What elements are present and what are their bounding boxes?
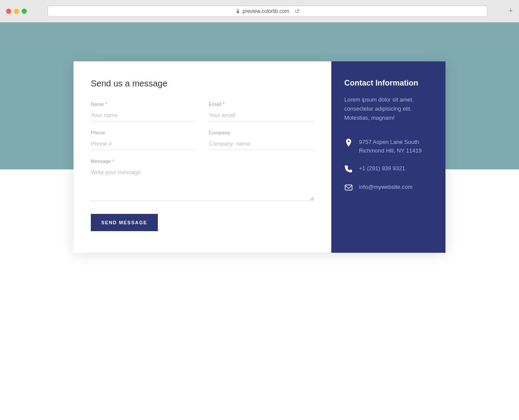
phone-input[interactable] — [91, 138, 196, 150]
info-side: Contact Information Lorem ipsum dolor si… — [331, 61, 445, 253]
email-item: info@mywebsite.com — [344, 183, 432, 192]
address-bar[interactable]: preview.colorlib.com ↺ — [48, 6, 487, 17]
browser-chrome: preview.colorlib.com ↺ + — [0, 0, 519, 22]
email-input[interactable] — [209, 109, 314, 121]
phone-text: +1 (291) 939 9321 — [359, 164, 405, 173]
info-title: Contact Information — [344, 79, 432, 88]
card-wrapper: Send us a message Name * Email * Phone C… — [0, 22, 519, 420]
message-group: Message * — [91, 159, 314, 201]
phone-item: +1 (291) 939 9321 — [344, 164, 432, 173]
new-tab-button[interactable]: + — [508, 6, 513, 16]
address-item: 9757 Aspen Lane South Richmond Hill, NY … — [344, 138, 432, 155]
send-message-button[interactable]: SEND MESSAGE — [91, 214, 158, 231]
form-title: Send us a message — [91, 79, 314, 89]
message-label: Message * — [91, 159, 314, 164]
contact-card: Send us a message Name * Email * Phone C… — [74, 61, 445, 253]
phone-group: Phone — [91, 130, 196, 150]
email-icon — [344, 183, 353, 192]
close-button[interactable] — [6, 9, 11, 14]
phone-label: Phone — [91, 130, 196, 135]
minimize-button[interactable] — [14, 9, 19, 14]
form-row-name-email: Name * Email * — [91, 102, 314, 121]
email-group: Email * — [209, 102, 314, 121]
company-label: Company — [209, 130, 314, 135]
email-label: Email * — [209, 102, 314, 107]
name-input[interactable] — [91, 109, 196, 121]
form-side: Send us a message Name * Email * Phone C… — [74, 61, 331, 253]
name-group: Name * — [91, 102, 196, 121]
info-description: Lorem ipsum dolor sit amet, consectetur … — [344, 95, 432, 122]
location-icon — [344, 138, 353, 147]
phone-icon — [344, 165, 353, 173]
lock-icon — [236, 9, 240, 14]
svg-rect-1 — [345, 185, 352, 190]
message-textarea[interactable] — [91, 166, 314, 201]
company-group: Company — [209, 130, 314, 150]
svg-rect-0 — [237, 11, 239, 13]
reload-icon[interactable]: ↺ — [295, 8, 300, 15]
email-text: info@mywebsite.com — [359, 183, 413, 191]
fullscreen-button[interactable] — [22, 9, 27, 14]
url-text: preview.colorlib.com — [243, 8, 289, 14]
address-text: 9757 Aspen Lane South Richmond Hill, NY … — [359, 138, 432, 155]
traffic-lights — [6, 9, 27, 14]
form-row-phone-company: Phone Company — [91, 130, 314, 150]
name-label: Name * — [91, 102, 196, 107]
company-input[interactable] — [209, 138, 314, 150]
